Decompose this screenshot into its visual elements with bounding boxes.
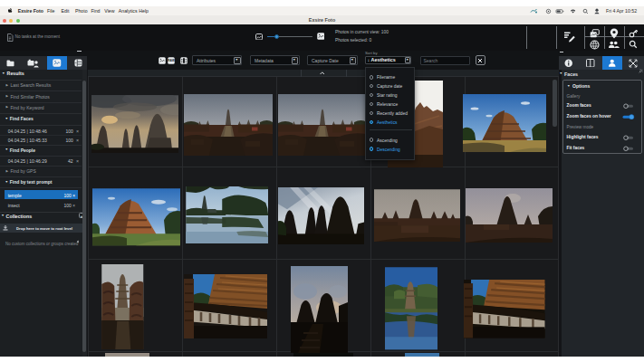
- svg-text:RAW: RAW: [168, 60, 174, 63]
